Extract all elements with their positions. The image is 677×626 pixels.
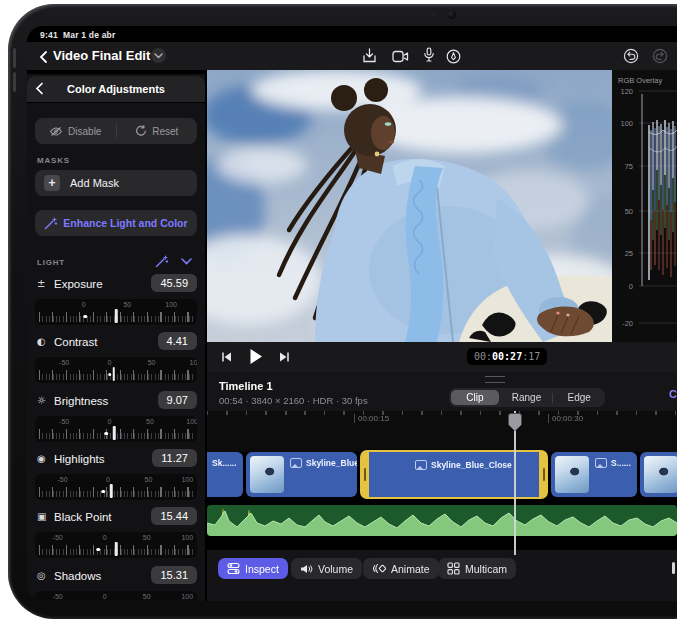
slider-scale-label: 100 <box>165 301 177 308</box>
clip-skyline-partial[interactable]: Sk...... <box>207 452 243 497</box>
enhance-light-color-button[interactable]: Enhance Light and Color <box>35 210 197 236</box>
slider-scale-label: 50 <box>143 534 151 541</box>
inspect-sliders-icon <box>227 562 240 575</box>
back-icon[interactable] <box>32 48 54 66</box>
app-header: Video Final Edit <box>27 42 677 71</box>
contrast-ruler[interactable]: -50050100 <box>35 357 197 383</box>
image-icon <box>415 460 427 470</box>
timeline-title: Timeline 1 <box>219 380 273 392</box>
plus-icon: + <box>44 175 60 191</box>
left-trim-handle[interactable] <box>364 468 366 481</box>
image-icon <box>290 458 302 468</box>
exposure-slider[interactable]: ± Exposure 45.59 050100 <box>35 277 197 329</box>
timecode-display: 00:00:27:17 <box>467 348 547 365</box>
light-collapse-chevron-icon[interactable] <box>181 258 192 265</box>
front-camera <box>447 10 456 19</box>
timeline-drag-handle[interactable] <box>485 376 505 383</box>
slider-scale-label: 100 <box>181 534 193 541</box>
volume-down-key[interactable] <box>13 72 16 92</box>
mode-clip[interactable]: Clip <box>451 390 499 405</box>
mode-edge[interactable]: Edge <box>555 390 603 405</box>
ambient-sensor <box>433 13 436 16</box>
slider-scale-label: 50 <box>123 301 131 308</box>
highlights-ruler[interactable]: -50050100 <box>35 474 197 500</box>
timeline-header: Timeline 1 00:54 · 3840 × 2160 · HDR · 3… <box>207 372 677 411</box>
volume-up-key[interactable] <box>13 48 16 68</box>
light-wand-icon[interactable] <box>155 255 168 268</box>
add-mask-button[interactable]: + Add Mask <box>35 170 197 196</box>
slider-scale-label: -50 <box>53 593 63 600</box>
slider-scale-label: 50 <box>144 476 152 483</box>
clip-skyline-short[interactable]: S...... <box>551 452 637 497</box>
transport-bar: 00:00:27:17 <box>207 342 677 373</box>
clipped-edge-control <box>672 562 675 574</box>
skip-forward-icon[interactable] <box>278 351 290 363</box>
redo-icon[interactable] <box>649 47 671 65</box>
keyframe-icon <box>372 562 386 575</box>
undo-icon[interactable] <box>620 47 642 65</box>
edit-mode-segmented-control: Clip Range Edge <box>449 388 605 407</box>
slider-scale-label: 100 <box>186 418 197 425</box>
volume-button[interactable]: Volume <box>291 558 362 579</box>
mode-range[interactable]: Range <box>503 390 551 405</box>
skip-back-icon[interactable] <box>221 351 233 363</box>
brightness-ruler[interactable]: -50050100 <box>35 416 197 442</box>
black-point-slider[interactable]: ▣ Black Point 15.44 -50050100 <box>35 510 197 562</box>
highlights-icon: ◉ <box>37 453 52 464</box>
highlights-slider[interactable]: ◉ Highlights 11.27 -50050100 <box>35 452 197 504</box>
ruler-time-marker: 00:00:30 <box>548 414 583 423</box>
highlights-value: 11.27 <box>152 449 197 467</box>
divider <box>552 393 553 403</box>
brightness-value: 9.07 <box>158 391 197 409</box>
project-title: Video Final Edit <box>53 48 150 63</box>
timeline-ruler[interactable]: 00:00:15 00:00:30 <box>207 411 677 438</box>
shadows-value: 15.31 <box>151 566 197 584</box>
reset-button[interactable]: Reset <box>117 118 198 144</box>
microphone-icon[interactable] <box>418 46 440 64</box>
clip-thumbnail <box>555 456 589 493</box>
inspect-button[interactable]: Inspect <box>218 558 288 579</box>
project-menu-button[interactable] <box>151 48 166 63</box>
multicam-button[interactable]: Multicam <box>438 558 516 579</box>
playhead-line[interactable] <box>514 411 516 555</box>
brightness-icon: ☼ <box>37 395 52 406</box>
play-icon[interactable] <box>249 348 263 365</box>
video-frame-artwork <box>207 70 612 342</box>
import-icon[interactable] <box>358 47 380 65</box>
shadows-slider[interactable]: ◎ Shadows 15.31 -50050100 <box>35 569 197 601</box>
rgb-overlay-scope: RGB Overlay 120 100 75 50 25 0 -20 <box>612 70 677 342</box>
disable-reset-group: Disable Reset <box>35 118 197 144</box>
image-icon <box>595 458 607 468</box>
timeline-footer: Inspect Volume Animate Multicam <box>207 550 677 601</box>
slider-scale-label: 0 <box>106 476 110 483</box>
clipped-edge-button[interactable]: C <box>669 388 677 400</box>
clip-thumbnail <box>250 456 284 493</box>
right-trim-handle[interactable] <box>543 468 545 481</box>
status-date: Mar 1 de abr <box>63 30 115 40</box>
camera-icon[interactable] <box>389 47 411 65</box>
slider-scale-label: -50 <box>57 476 67 483</box>
black-point-ruler[interactable]: -50050100 <box>35 532 197 558</box>
slider-scale-label: 100 <box>190 359 197 366</box>
disable-button[interactable]: Disable <box>35 118 116 144</box>
pencil-icon[interactable] <box>442 47 464 65</box>
exposure-ruler[interactable]: 050100 <box>35 299 197 325</box>
shadows-ruler[interactable]: -50050100 <box>35 591 197 601</box>
masks-heading: MASKS <box>37 156 70 165</box>
panel-back-icon[interactable] <box>35 82 44 95</box>
timeline-meta: 00:54 · 3840 × 2160 · HDR · 30 fps <box>219 395 368 406</box>
slider-scale-label: 0 <box>103 534 107 541</box>
clip-skyline-blue-wide[interactable]: Skyline_Blue_Wide <box>246 452 357 497</box>
slider-scale-label: 0 <box>82 301 86 308</box>
clip-skyline-blue-close-selected[interactable]: Skyline_Blue_Close <box>360 450 548 499</box>
animate-button[interactable]: Animate <box>363 558 439 579</box>
ruler-time-marker: 00:00:15 <box>354 414 389 423</box>
color-adjustments-panel: Color Adjustments Disable Reset MASKS + … <box>27 74 205 601</box>
brightness-slider[interactable]: ☼ Brightness 9.07 -50050100 <box>35 394 197 446</box>
clip-partial-right[interactable] <box>640 452 677 497</box>
audio-track[interactable] <box>207 505 677 536</box>
exposure-value: 45.59 <box>151 274 197 292</box>
clip-thumbnail <box>644 456 677 493</box>
contrast-slider[interactable]: ◐ Contrast 4.41 -50050100 <box>35 335 197 387</box>
shadows-icon: ◎ <box>37 570 52 581</box>
